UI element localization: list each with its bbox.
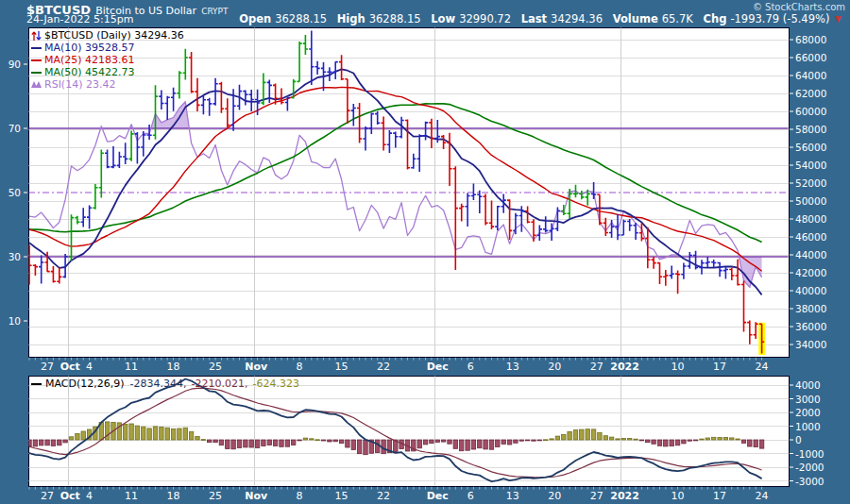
macd-histogram-bar: [441, 440, 445, 442]
macd-histogram-bar: [135, 426, 139, 440]
macd-histogram-bar: [675, 440, 679, 445]
macd-histogram-bar: [153, 427, 157, 440]
ma25-line-swatch: [31, 59, 42, 61]
macd-histogram-bar: [532, 440, 536, 441]
macd-histogram-bar: [730, 438, 734, 440]
macd-histogram-bar: [718, 438, 722, 441]
macd-histogram-bar: [736, 439, 740, 440]
macd-histogram-bar: [213, 440, 217, 443]
last-value: 34294.36: [551, 12, 603, 25]
legend-title: $BTCUSD (Daily) 34294.36: [44, 29, 184, 42]
macd-histogram-bar: [604, 436, 607, 440]
macd-histogram-bar: [700, 439, 704, 440]
ma10-line-swatch: [31, 47, 42, 49]
macd-histogram-bar: [616, 439, 620, 440]
macd-hist-value: -624.323: [252, 378, 298, 390]
macd-histogram-bar: [435, 440, 439, 443]
macd-histogram-bar: [315, 440, 319, 441]
macd-histogram-bar: [40, 440, 43, 445]
macd-histogram-bar: [634, 439, 638, 440]
macd-histogram-bar: [628, 439, 632, 441]
macd-histogram-bar: [262, 440, 265, 446]
macd-histogram-bar: [453, 440, 457, 448]
macd-signal-value: -2210.021,: [192, 378, 248, 390]
stockcharts-copyright-link[interactable]: © StockCharts.com: [753, 2, 845, 12]
macd-histogram-bar: [124, 425, 128, 441]
ma25-legend: MA(25) 42183.61: [44, 54, 135, 66]
macd-histogram-bar: [448, 440, 451, 444]
macd-histogram-bar: [591, 429, 595, 440]
macd-histogram-bar: [63, 440, 67, 443]
volume-value: 65.7K: [662, 12, 693, 25]
macd-histogram-bar: [466, 440, 469, 450]
macd-histogram-bar: [598, 432, 602, 440]
macd-histogram-bar: [201, 440, 205, 441]
macd-histogram-bar: [244, 440, 247, 447]
macd-histogram-bar: [292, 440, 296, 445]
macd-histogram-bar: [303, 438, 307, 440]
macd-histogram-bar: [525, 440, 529, 441]
macd-histogram-bar: [196, 436, 199, 440]
macd-histogram-bar: [712, 437, 716, 440]
macd-histogram-bar: [507, 440, 511, 445]
macd-histogram-bar: [586, 429, 589, 440]
rsi-legend: RSI(14) 23.42: [44, 78, 115, 91]
ma50-line-swatch: [31, 72, 42, 74]
chart-datetime: 24-Jan-2022 5:15pm: [26, 13, 133, 25]
macd-histogram-bar: [165, 428, 169, 440]
macd-line-swatch: [31, 383, 42, 385]
macd-histogram-bar: [310, 439, 314, 440]
macd-histogram-bar: [471, 440, 475, 449]
macd-histogram-bar: [514, 440, 518, 443]
macd-histogram-bar: [249, 440, 253, 447]
macd-histogram-bar: [208, 440, 212, 443]
rsi-zigzag-icon: [31, 80, 42, 89]
macd-histogram-bar: [160, 427, 163, 440]
macd-histogram-bar: [351, 440, 355, 449]
macd-histogram-bar: [183, 428, 187, 440]
macd-histogram-bar: [430, 440, 434, 444]
macd-histogram-bar: [147, 428, 151, 440]
macd-histogram-bar: [562, 435, 566, 441]
macd-histogram-bar: [693, 440, 697, 441]
macd-histogram-bar: [339, 440, 343, 444]
macd-histogram-bar: [69, 437, 73, 440]
high-value: 36288.15: [369, 12, 421, 25]
macd-histogram-bar: [142, 427, 145, 440]
macd-histogram-bar: [273, 440, 277, 445]
macd-histogram-bar: [364, 440, 367, 455]
macd-histogram-bar: [328, 440, 332, 442]
macd-histogram-bar: [609, 437, 613, 440]
ma50-legend: MA(50) 45422.73: [44, 66, 135, 78]
macd-histogram-bar: [489, 440, 493, 449]
macd-histogram-bar: [237, 440, 241, 447]
quote-bar: Open36288.15 High36288.15 Low32990.72 La…: [239, 12, 842, 25]
macd-histogram-bar: [670, 440, 673, 446]
macd-histogram-bar: [333, 440, 337, 442]
macd-histogram-bar: [652, 440, 655, 444]
macd-legend: MACD(12,26,9) -2834.344, -2210.021, -624…: [31, 378, 299, 390]
macd-histogram-bar: [267, 440, 271, 445]
macd-histogram-bar: [639, 440, 643, 441]
price-legend: $BTCUSD (Daily) 34294.36 MA(10) 39528.57…: [31, 29, 184, 91]
macd-histogram-bar: [423, 440, 427, 445]
macd-histogram-bar: [550, 439, 553, 440]
macd-histogram-bar: [346, 440, 349, 447]
macd-histogram-bar: [189, 431, 193, 440]
volume-label: Volume: [613, 12, 658, 25]
macd-histogram-bar: [555, 436, 559, 440]
macd-histogram-bar: [706, 438, 709, 440]
macd-histogram-bar: [255, 440, 259, 447]
macd-histogram-bar: [460, 440, 464, 451]
macd-histogram-bar: [621, 439, 625, 441]
macd-histogram-bar: [664, 440, 668, 446]
low-label: Low: [431, 12, 455, 25]
change-value: -1993.79 (-5.49%): [730, 12, 829, 25]
high-label: High: [337, 12, 366, 25]
macd-histogram-bar: [321, 440, 325, 441]
macd-label: MACD(12,26,9): [45, 378, 125, 390]
macd-histogram-bar: [544, 440, 548, 441]
macd-histogram-bar: [33, 440, 37, 446]
macd-histogram-bar: [219, 440, 223, 445]
macd-histogram-bar: [129, 424, 133, 440]
